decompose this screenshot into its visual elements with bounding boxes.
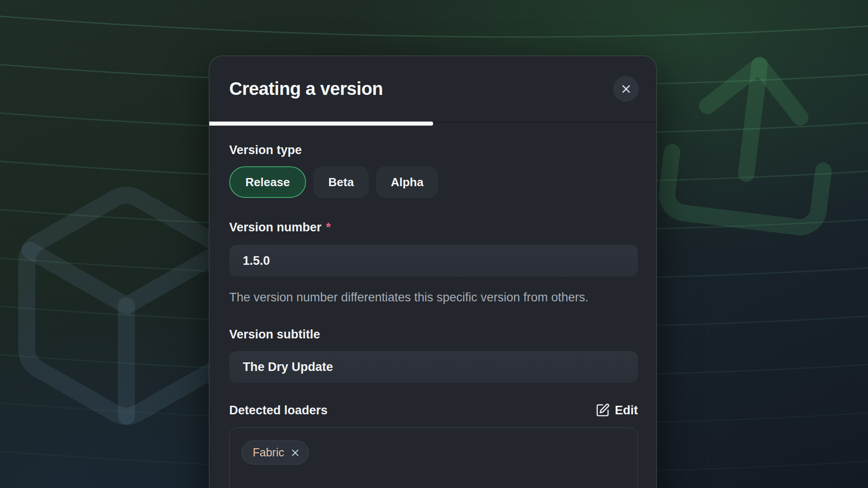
modal-header: Creating a version	[209, 56, 656, 122]
edit-label: Edit	[615, 404, 638, 418]
detected-loaders-row: Detected loaders Edit	[229, 403, 638, 418]
close-button[interactable]	[613, 76, 639, 102]
creating-version-modal: Creating a version Version type Release …	[209, 56, 657, 488]
detected-loaders-label: Detected loaders	[229, 403, 328, 418]
version-subtitle-label: Version subtitle	[229, 327, 637, 342]
remove-loader-icon[interactable]	[290, 447, 301, 458]
version-type-beta-button[interactable]: Beta	[313, 166, 369, 198]
page-background: Creating a version Version type Release …	[0, 0, 868, 488]
version-number-helper-text: The version number differentiates this s…	[229, 289, 604, 306]
detected-loaders-container: Fabric	[229, 427, 638, 488]
progress-bar	[209, 122, 433, 126]
loader-chip-label: Fabric	[253, 446, 284, 459]
version-type-options: Release Beta Alpha	[229, 166, 637, 198]
version-type-alpha-button[interactable]: Alpha	[376, 166, 438, 198]
version-number-label: Version number*	[229, 220, 637, 235]
edit-loaders-button[interactable]: Edit	[595, 403, 638, 418]
version-subtitle-input[interactable]	[229, 351, 638, 383]
loader-chip-fabric: Fabric	[241, 441, 309, 465]
edit-pencil-icon	[595, 403, 610, 418]
version-number-label-text: Version number	[229, 221, 321, 234]
version-type-label: Version type	[229, 142, 637, 158]
close-icon	[620, 83, 632, 95]
modal-content: Version type Release Beta Alpha Version …	[209, 122, 656, 488]
modal-title: Creating a version	[229, 79, 383, 99]
required-asterisk: *	[326, 221, 331, 234]
version-number-input[interactable]	[229, 245, 638, 277]
version-type-release-button[interactable]: Release	[229, 166, 306, 198]
upload-arrow-watermark-icon	[635, 23, 867, 255]
